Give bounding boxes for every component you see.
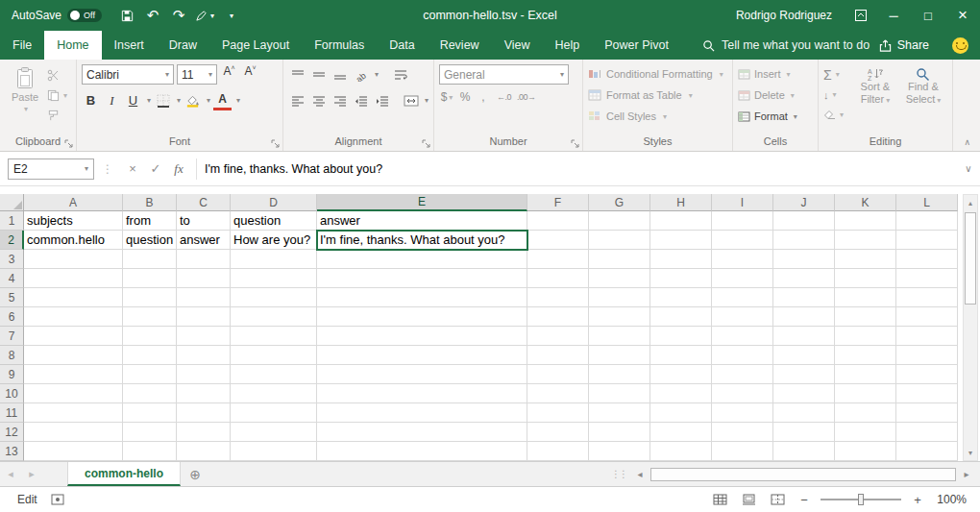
cell-J4[interactable] [773, 269, 835, 288]
cell-G10[interactable] [589, 384, 650, 403]
cell-I7[interactable] [712, 327, 773, 346]
cell-H9[interactable] [650, 365, 712, 384]
redo-button[interactable]: ↷ [167, 3, 190, 28]
cell-K10[interactable] [835, 384, 896, 403]
cell-J2[interactable] [773, 231, 835, 250]
tab-data[interactable]: Data [377, 31, 427, 60]
normal-view-button[interactable] [709, 490, 730, 509]
zoom-out-button[interactable]: − [796, 493, 813, 507]
tab-view[interactable]: View [492, 31, 543, 60]
font-color-button[interactable]: A [213, 90, 232, 110]
cell-G9[interactable] [589, 365, 650, 384]
cell-L10[interactable] [896, 384, 958, 403]
cell-I12[interactable] [712, 423, 773, 442]
cell-L4[interactable] [896, 269, 958, 288]
select-all-corner[interactable] [0, 194, 24, 211]
cell-B12[interactable] [123, 423, 177, 442]
cell-A7[interactable] [24, 327, 123, 346]
cell-B5[interactable] [123, 288, 177, 307]
cell-G4[interactable] [589, 269, 650, 288]
cell-A11[interactable] [24, 403, 123, 423]
cell-K4[interactable] [835, 269, 896, 288]
cell-D9[interactable] [231, 365, 317, 384]
vertical-scroll-thumb[interactable] [965, 212, 976, 305]
bottom-align-button[interactable] [331, 64, 349, 85]
cell-G5[interactable] [589, 288, 650, 307]
cell-G2[interactable] [589, 231, 650, 250]
cell-B6[interactable] [123, 307, 177, 327]
cell-H7[interactable] [650, 327, 712, 346]
cell-D6[interactable] [231, 307, 317, 327]
ribbon-display-options-button[interactable] [845, 0, 876, 31]
cell-C4[interactable] [177, 269, 231, 288]
cell-C9[interactable] [177, 365, 231, 384]
row-header-13[interactable]: 13 [0, 442, 24, 461]
zoom-slider-thumb[interactable] [858, 494, 864, 505]
tab-page-layout[interactable]: Page Layout [209, 31, 302, 60]
row-header-10[interactable]: 10 [0, 384, 24, 403]
cell-A5[interactable] [24, 288, 123, 307]
vertical-scrollbar[interactable]: ▴ ▾ [963, 194, 978, 461]
comma-style-button[interactable]: , [476, 90, 491, 104]
row-header-11[interactable]: 11 [0, 403, 24, 423]
cell-K7[interactable] [835, 327, 896, 346]
feedback-smiley-icon[interactable] [952, 37, 968, 54]
cell-K6[interactable] [835, 307, 896, 327]
column-header-D[interactable]: D [231, 194, 317, 211]
cell-J11[interactable] [773, 403, 835, 423]
cell-F4[interactable] [527, 269, 589, 288]
column-header-L[interactable]: L [896, 194, 958, 211]
cell-I10[interactable] [712, 384, 773, 403]
format-painter-button[interactable] [47, 108, 67, 124]
delete-cells-button[interactable]: Delete▾ [738, 85, 813, 105]
macro-record-button[interactable] [51, 494, 64, 505]
page-layout-view-button[interactable] [738, 490, 759, 509]
cell-H4[interactable] [650, 269, 712, 288]
cell-H11[interactable] [650, 403, 712, 423]
percent-style-button[interactable]: % [457, 90, 473, 104]
cell-G7[interactable] [589, 327, 650, 346]
font-size-combo[interactable]: 11▾ [177, 64, 217, 85]
cell-L2[interactable] [896, 231, 958, 250]
cell-F5[interactable] [527, 288, 589, 307]
share-button[interactable]: Share [879, 31, 952, 60]
column-header-A[interactable]: A [24, 194, 123, 211]
fill-button[interactable]: ↓▾ [823, 86, 851, 103]
tab-review[interactable]: Review [428, 31, 492, 60]
cell-B9[interactable] [123, 365, 177, 384]
cell-I8[interactable] [712, 346, 773, 365]
cell-styles-button[interactable]: Cell Styles▾ [588, 107, 727, 126]
insert-function-button[interactable]: fx [167, 158, 190, 180]
cell-C8[interactable] [177, 346, 231, 365]
find-select-button[interactable]: Find & Select▾ [899, 64, 947, 134]
column-header-E[interactable]: E [317, 194, 527, 211]
cell-K1[interactable] [835, 211, 896, 231]
zoom-level[interactable]: 100% [934, 493, 967, 506]
align-left-button[interactable] [288, 90, 306, 110]
copy-button[interactable]: ▾ [47, 87, 67, 104]
cell-H10[interactable] [650, 384, 712, 403]
tab-formulas[interactable]: Formulas [302, 31, 377, 60]
cell-H5[interactable] [650, 288, 712, 307]
cell-J8[interactable] [773, 346, 835, 365]
cell-J6[interactable] [773, 307, 835, 327]
zoom-slider[interactable] [821, 499, 901, 500]
row-header-6[interactable]: 6 [0, 307, 24, 327]
cell-F6[interactable] [527, 307, 589, 327]
column-header-H[interactable]: H [650, 194, 712, 211]
italic-button[interactable]: I [103, 90, 121, 110]
column-header-F[interactable]: F [527, 194, 589, 211]
tab-file[interactable]: File [0, 31, 44, 60]
cell-H13[interactable] [650, 442, 712, 461]
cell-G8[interactable] [589, 346, 650, 365]
cell-E2[interactable]: I'm fine, thanks. What about you? [317, 231, 527, 250]
cell-F12[interactable] [527, 423, 589, 442]
font-name-combo[interactable]: Calibri▾ [82, 64, 174, 85]
cancel-button[interactable]: × [121, 158, 144, 180]
cell-K11[interactable] [835, 403, 896, 423]
horizontal-scroll-thumb[interactable] [650, 468, 956, 481]
tab-help[interactable]: Help [543, 31, 593, 60]
cell-J10[interactable] [773, 384, 835, 403]
cell-E13[interactable] [317, 442, 527, 461]
number-dialog-launcher[interactable] [571, 139, 579, 148]
